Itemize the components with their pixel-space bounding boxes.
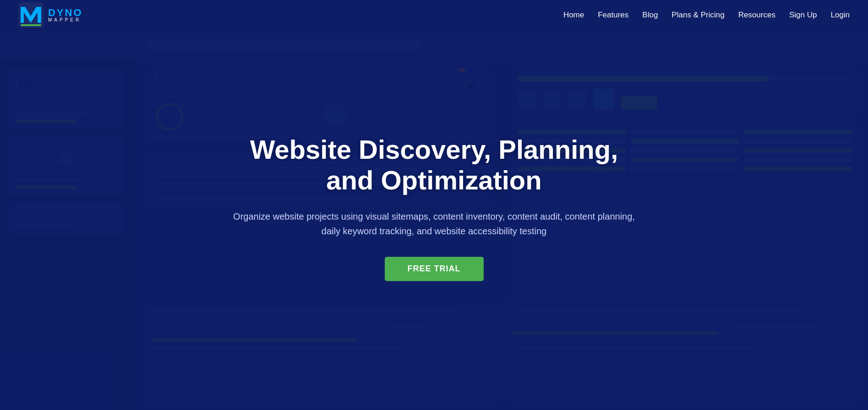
brand-name: DYNO (48, 8, 83, 18)
svg-rect-2 (21, 24, 41, 26)
free-trial-button[interactable]: FREE TRIAL (385, 257, 484, 281)
nav-home[interactable]: Home (563, 11, 584, 20)
logo-icon (18, 2, 44, 27)
brand-sub: MAPPER (48, 18, 83, 22)
nav-features[interactable]: Features (598, 11, 628, 20)
nav-login[interactable]: Login (830, 11, 850, 20)
nav-blog[interactable]: Blog (642, 11, 658, 20)
hero-subtitle: Organize website projects using visual s… (228, 210, 640, 239)
logo-area: DYNO MAPPER (18, 2, 83, 27)
nav-resources[interactable]: Resources (738, 11, 775, 20)
nav-links: Home Features Blog Plans & Pricing Resou… (563, 11, 850, 20)
nav-plans-pricing[interactable]: Plans & Pricing (671, 11, 724, 20)
navbar: DYNO MAPPER Home Features Blog Plans & P… (0, 0, 868, 30)
nav-sign-up[interactable]: Sign Up (789, 11, 817, 20)
hero-title: Website Discovery, Planning, and Optimiz… (228, 135, 640, 195)
hero-content: Website Discovery, Planning, and Optimiz… (228, 135, 640, 281)
